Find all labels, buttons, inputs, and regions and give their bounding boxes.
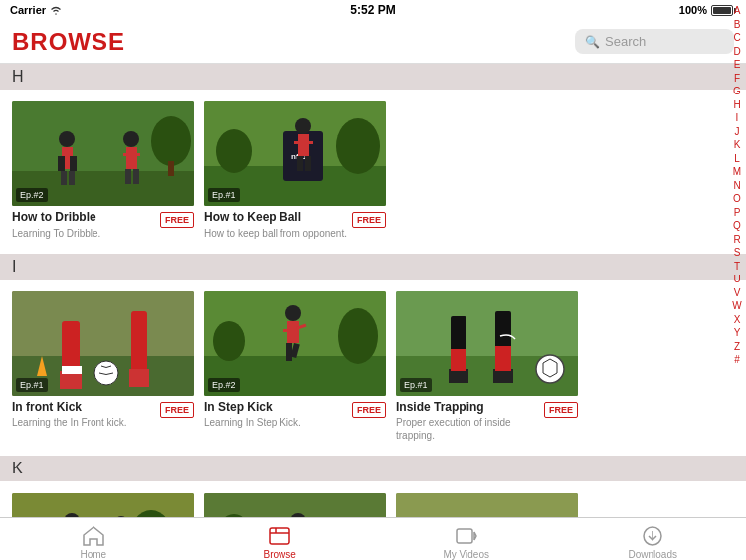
thumbnail-k2: Ep.#1: [204, 493, 386, 517]
k3-image: [396, 493, 578, 517]
alpha-S[interactable]: S: [728, 246, 746, 260]
svg-rect-24: [294, 141, 303, 144]
video-text-dribble: How to Dribble Learning To Dribble.: [12, 210, 156, 240]
thumbnail-dribble: Ep.#2: [12, 101, 194, 206]
section-header-k: K: [0, 456, 746, 481]
video-text-insidetrapping: Inside Trapping Proper execution of insi…: [396, 400, 540, 443]
alpha-C[interactable]: C: [728, 31, 746, 45]
search-bar[interactable]: 🔍 Search: [575, 29, 734, 54]
video-card-insidetrapping[interactable]: Ep.#1 Inside Trapping Proper execution o…: [396, 291, 578, 445]
video-desc-insidetrapping: Proper execution of inside trapping.: [396, 416, 540, 442]
alpha-P[interactable]: P: [728, 206, 746, 220]
svg-rect-27: [305, 156, 311, 171]
video-card-k3[interactable]: Ep.#1: [396, 493, 578, 517]
alpha-M[interactable]: M: [728, 165, 746, 179]
alpha-T[interactable]: T: [728, 260, 746, 274]
tab-downloads[interactable]: Downloads: [560, 525, 747, 560]
svg-marker-89: [474, 532, 476, 540]
alpha-B[interactable]: B: [728, 18, 746, 32]
alpha-W[interactable]: W: [728, 299, 746, 313]
svg-point-22: [295, 118, 311, 134]
svg-point-41: [285, 305, 301, 321]
alpha-L[interactable]: L: [728, 152, 746, 166]
video-title-instepkick: In Step Kick: [204, 400, 348, 416]
svg-rect-67: [204, 493, 386, 517]
free-badge-insidetrapping: FREE: [544, 402, 578, 418]
wifi-icon: [50, 5, 62, 15]
video-card-k1[interactable]: Ep.#1: [12, 493, 194, 517]
video-card-dribble[interactable]: Ep.#2 How to Dribble Learning To Dribble…: [12, 101, 194, 242]
video-info-infrontkick: In front Kick Learning the In Front kick…: [12, 396, 194, 432]
section-h-grid: Ep.#2 How to Dribble Learning To Dribble…: [0, 90, 746, 254]
alpha-G[interactable]: G: [728, 85, 746, 98]
video-desc-keepball: How to keep ball from opponent.: [204, 227, 348, 240]
video-info-insidetrapping: Inside Trapping Proper execution of insi…: [396, 396, 578, 445]
free-badge-instepkick: FREE: [352, 402, 386, 418]
svg-rect-36: [129, 369, 149, 387]
episode-badge-keepball: Ep.#1: [208, 188, 240, 202]
alpha-Y[interactable]: Y: [728, 326, 746, 340]
alpha-H[interactable]: H: [728, 98, 746, 112]
status-time: 5:52 PM: [350, 3, 395, 17]
alpha-Q[interactable]: Q: [728, 219, 746, 233]
alpha-U[interactable]: U: [728, 273, 746, 286]
alpha-J[interactable]: J: [728, 125, 746, 139]
section-i-grid: Ep.#1 In front Kick Learning the In Fron…: [0, 280, 746, 457]
alphabet-sidebar: A B C D E F G H I J K L M N O P Q R S T …: [728, 0, 746, 560]
tab-myvideos[interactable]: My Videos: [373, 525, 560, 560]
free-badge-dribble: FREE: [160, 212, 194, 228]
thumbnail-infrontkick: Ep.#1: [12, 291, 194, 396]
thumbnail-k3: Ep.#1: [396, 493, 578, 517]
video-desc-infrontkick: Learning the In Front kick.: [12, 416, 156, 429]
alpha-D[interactable]: D: [728, 45, 746, 59]
alpha-O[interactable]: O: [728, 192, 746, 206]
svg-rect-53: [451, 349, 466, 371]
alpha-A[interactable]: A: [728, 4, 746, 18]
alpha-E[interactable]: E: [728, 58, 746, 72]
alpha-I[interactable]: I: [728, 111, 746, 125]
svg-point-2: [151, 116, 191, 166]
episode-badge-dribble: Ep.#2: [16, 188, 48, 202]
video-info-keepball: How to Keep Ball How to keep ball from o…: [204, 206, 386, 242]
carrier-label: Carrier: [10, 4, 46, 16]
thumbnail-k1: Ep.#1: [12, 493, 194, 517]
svg-rect-11: [126, 147, 137, 169]
svg-rect-32: [62, 366, 82, 374]
tab-browse-label: Browse: [264, 549, 296, 560]
video-card-instepkick[interactable]: Ep.#2 In Step Kick Learning In Step Kick…: [204, 291, 386, 445]
svg-rect-3: [168, 161, 174, 176]
svg-rect-35: [131, 311, 147, 371]
svg-rect-9: [69, 171, 75, 185]
video-info-instepkick: In Step Kick Learning In Step Kick. FREE: [204, 396, 386, 432]
alpha-R[interactable]: R: [728, 233, 746, 247]
alpha-X[interactable]: X: [728, 313, 746, 327]
episode-badge-insidetrapping: Ep.#1: [400, 378, 432, 392]
alpha-Z[interactable]: Z: [728, 340, 746, 354]
alpha-N[interactable]: N: [728, 179, 746, 193]
video-desc-instepkick: Learning In Step Kick.: [204, 416, 348, 429]
thumbnail-instepkick: Ep.#2: [204, 291, 386, 396]
video-card-keepball[interactable]: nftb Ep.#1 How to Keep Ball How to: [204, 101, 386, 242]
alpha-V[interactable]: V: [728, 286, 746, 300]
svg-rect-50: [449, 369, 468, 383]
k2-image: [204, 493, 386, 517]
video-desc-dribble: Learning To Dribble.: [12, 227, 156, 240]
header: BROWSE 🔍 Search: [0, 20, 746, 64]
video-title-dribble: How to Dribble: [12, 210, 156, 226]
svg-rect-85: [270, 528, 289, 544]
episode-badge-infrontkick: Ep.#1: [16, 378, 48, 392]
svg-rect-26: [297, 156, 303, 171]
svg-rect-6: [58, 156, 65, 171]
alpha-F[interactable]: F: [728, 72, 746, 86]
svg-rect-12: [123, 153, 131, 156]
svg-rect-13: [132, 153, 140, 156]
alpha-hash[interactable]: #: [728, 353, 746, 367]
video-card-infrontkick[interactable]: Ep.#1 In front Kick Learning the In Fron…: [12, 291, 194, 445]
video-card-k2[interactable]: Ep.#1: [204, 493, 386, 517]
svg-point-39: [338, 308, 378, 364]
alpha-K[interactable]: K: [728, 138, 746, 152]
k1-image: [12, 493, 194, 517]
section-k: K: [0, 456, 746, 517]
tab-home[interactable]: Home: [0, 525, 187, 560]
tab-browse[interactable]: Browse: [187, 525, 374, 560]
